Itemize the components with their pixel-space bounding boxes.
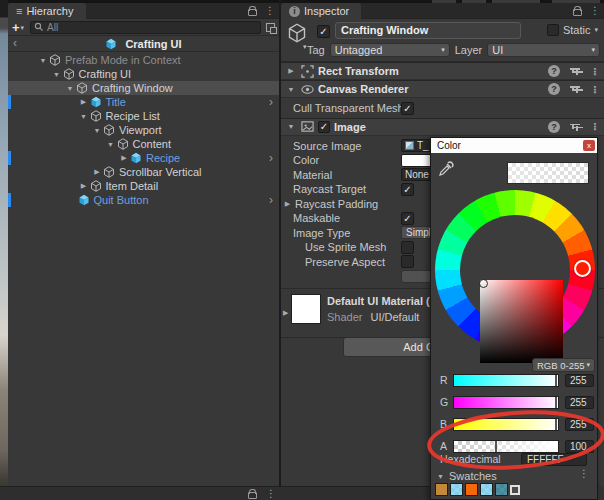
r-value-field[interactable]: 255	[565, 374, 594, 387]
help-icon[interactable]: ?	[548, 83, 560, 95]
foldout-icon[interactable]: ▶	[285, 67, 297, 75]
slider-handle[interactable]	[555, 375, 557, 386]
saturation-value-square[interactable]	[480, 280, 563, 363]
foldout-icon[interactable]: ▶	[283, 200, 292, 208]
tree-row[interactable]: Quit Button›	[8, 193, 279, 207]
foldout-icon[interactable]: ▶	[78, 98, 90, 106]
lock-icon[interactable]	[248, 492, 257, 499]
tree-row[interactable]: ▼Recipe List	[8, 109, 279, 123]
close-icon[interactable]: x	[583, 140, 595, 151]
foldout-icon[interactable]: ▶	[91, 168, 103, 176]
raycast-target-checkbox[interactable]: ✓	[401, 183, 414, 196]
presets-icon[interactable]	[569, 83, 581, 95]
help-icon[interactable]: ?	[548, 65, 560, 77]
foldout-icon[interactable]: ▼	[105, 141, 117, 148]
foldout-icon[interactable]: ▼	[78, 113, 90, 120]
foldout-icon[interactable]: ▼	[64, 85, 76, 92]
foldout-icon[interactable]: ▶	[118, 154, 130, 162]
swatch[interactable]	[435, 483, 448, 496]
foldout-icon[interactable]: ▶	[283, 309, 288, 317]
add-object-button[interactable]: +	[12, 20, 20, 35]
help-icon[interactable]: ?	[548, 121, 560, 133]
foldout-icon[interactable]: ▼	[37, 57, 49, 64]
component-rect-transform[interactable]: ▶ Rect Transform ? ⋮	[281, 62, 604, 80]
tree-row[interactable]: ▼Crafting Window	[8, 81, 279, 95]
hierarchy-search-field[interactable]	[30, 21, 261, 34]
chevron-right-icon[interactable]: ›	[269, 95, 273, 109]
preserve-aspect-checkbox[interactable]	[401, 255, 414, 268]
chevron-right-icon[interactable]: ›	[269, 193, 273, 207]
tree-row[interactable]: ▶Title›	[8, 95, 279, 109]
hexadecimal-input[interactable]: FFFFFF	[521, 453, 587, 466]
component-enabled-checkbox[interactable]: ✓	[318, 121, 330, 133]
tree-row[interactable]: ▼Crafting UI	[8, 67, 279, 81]
hue-wheel[interactable]	[435, 190, 595, 350]
component-canvas-renderer[interactable]: ▼ Canvas Renderer ? ⋮	[281, 80, 604, 98]
color-mode-dropdown[interactable]: RGB 0-255 ▾	[532, 358, 595, 372]
menu-icon[interactable]: ⋮	[579, 468, 589, 479]
a-value-field[interactable]: 100	[565, 440, 594, 453]
foldout-icon[interactable]: ▼	[436, 473, 445, 480]
static-checkbox[interactable]	[547, 24, 559, 36]
slider-handle[interactable]	[495, 441, 497, 452]
shader-value[interactable]: UI/Default	[370, 311, 419, 323]
b-value-field[interactable]: 255	[565, 418, 594, 431]
g-value-field[interactable]: 255	[565, 396, 594, 409]
add-object-caret-icon[interactable]: ▾	[21, 24, 25, 32]
foldout-icon[interactable]: ▼	[91, 127, 103, 134]
slider-handle[interactable]	[555, 419, 557, 430]
foldout-icon[interactable]: ▼	[51, 71, 63, 78]
lock-icon[interactable]	[573, 9, 582, 16]
menu-icon[interactable]: ⋮	[590, 84, 600, 95]
g-slider-track[interactable]	[453, 396, 559, 409]
tag-dropdown[interactable]: Untagged ▾	[330, 43, 450, 57]
swatch[interactable]	[480, 483, 493, 496]
use-sprite-mesh-checkbox[interactable]	[401, 241, 414, 254]
sv-selector[interactable]	[479, 279, 488, 288]
presets-icon[interactable]	[569, 121, 581, 133]
chevron-right-icon[interactable]: ›	[269, 151, 273, 165]
lock-icon[interactable]	[248, 9, 257, 16]
menu-icon[interactable]: ⋮	[266, 488, 276, 499]
tree-row[interactable]: ▶Recipe›	[8, 151, 279, 165]
presets-icon[interactable]	[569, 65, 581, 77]
tree-row[interactable]: ▼Prefab Mode in Context	[8, 53, 279, 67]
hue-selector[interactable]	[574, 260, 591, 277]
tree-row[interactable]: ▶Scrollbar Vertical	[8, 165, 279, 179]
swatch[interactable]	[465, 483, 478, 496]
tab-hierarchy[interactable]: ≡ Hierarchy	[8, 3, 86, 19]
tree-row[interactable]: ▶Item Detail	[8, 179, 279, 193]
component-image[interactable]: ▼ ✓ Image ? ⋮	[281, 118, 604, 136]
tree-row[interactable]: ▼Viewport	[8, 123, 279, 137]
static-caret-icon[interactable]: ▾	[594, 26, 598, 34]
foldout-icon[interactable]: ▼	[285, 86, 297, 93]
tab-inspector[interactable]: i Inspector	[281, 3, 361, 19]
b-slider-track[interactable]	[453, 418, 559, 431]
search-window-icon[interactable]	[266, 23, 275, 32]
layer-dropdown[interactable]: UI ▾	[487, 43, 600, 57]
maskable-checkbox[interactable]: ✓	[401, 212, 414, 225]
r-slider-track[interactable]	[453, 374, 559, 387]
menu-icon[interactable]: ⋮	[265, 5, 275, 16]
color-window-titlebar[interactable]: Color x	[431, 138, 597, 153]
foldout-icon[interactable]: ▶	[78, 182, 90, 190]
menu-icon[interactable]: ⋮	[590, 66, 600, 77]
material-thumbnail[interactable]	[291, 294, 321, 324]
swatch[interactable]	[450, 483, 463, 496]
slider-handle[interactable]	[555, 397, 557, 408]
active-checkbox[interactable]: ✓	[317, 25, 330, 38]
prefab-options-caret-icon[interactable]: ▾	[303, 43, 307, 51]
foldout-icon[interactable]: ▼	[285, 123, 297, 130]
gameobject-name-field[interactable]: Crafting Window	[335, 22, 521, 39]
tree-row[interactable]: ▼Content	[8, 137, 279, 151]
back-icon[interactable]: ‹	[13, 36, 17, 50]
menu-icon[interactable]: ⋮	[590, 5, 600, 16]
cull-transparent-mesh-checkbox[interactable]: ✓	[401, 102, 414, 115]
eyedropper-icon[interactable]	[438, 161, 454, 177]
search-input[interactable]	[44, 22, 257, 33]
a-slider-track[interactable]	[453, 440, 559, 453]
menu-icon[interactable]: ⋮	[590, 121, 600, 132]
new-swatch-button[interactable]	[510, 485, 520, 495]
swatch[interactable]	[495, 483, 508, 496]
swatches-header[interactable]: ▼ Swatches	[436, 470, 497, 482]
